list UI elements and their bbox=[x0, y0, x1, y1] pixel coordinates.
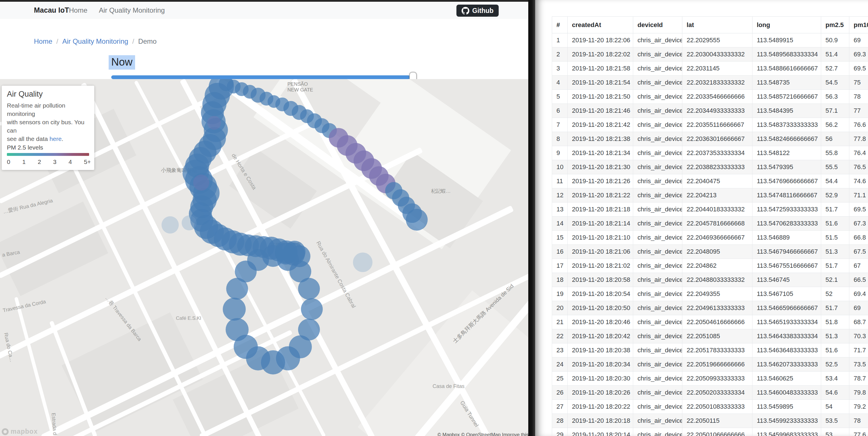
table-cell: 51.3 bbox=[821, 329, 849, 343]
scale-tick: 0 bbox=[7, 158, 10, 165]
table-row: 52019-11-20 18:21:50chris_air_device22.2… bbox=[552, 90, 868, 104]
legend-description-line: Real-time air pollution monitoring bbox=[7, 101, 89, 118]
table-cell: 22.2051085 bbox=[682, 329, 752, 343]
table-cell: 23 bbox=[552, 343, 568, 357]
table-cell: 17 bbox=[552, 259, 568, 273]
table-cell: chris_air_device bbox=[633, 33, 682, 48]
breadcrumb-separator: / bbox=[132, 37, 134, 46]
table-cell: 113.54665966666667 bbox=[752, 301, 821, 315]
table-cell: 24 bbox=[552, 357, 568, 372]
table-cell: 2019-11-20 18:20:50 bbox=[568, 301, 633, 315]
table-cell: 69.5 bbox=[849, 62, 868, 76]
left-panel: Macau IoT HomeAir Quality Monitoring Git… bbox=[0, 0, 528, 436]
table-cell: 50.9 bbox=[821, 33, 849, 48]
table-cell: 16 bbox=[552, 245, 568, 259]
table-cell: 52.7 bbox=[821, 62, 849, 76]
table-cell: 2019-11-20 18:20:34 bbox=[568, 357, 633, 372]
table-cell: 69.5 bbox=[849, 202, 868, 216]
table-cell: 78 bbox=[849, 414, 868, 428]
table-cell: 113.5484395 bbox=[752, 104, 821, 118]
nav-link-air-quality-monitoring[interactable]: Air Quality Monitoring bbox=[99, 6, 165, 14]
table-row: 62019-11-20 18:21:46chris_air_device22.2… bbox=[552, 104, 868, 118]
table-row: 232019-11-20 18:20:38chris_air_device22.… bbox=[552, 343, 868, 357]
table-cell: 74.6 bbox=[849, 174, 868, 188]
table-cell: 56.2 bbox=[821, 118, 849, 132]
table-cell: 2019-11-20 18:21:58 bbox=[568, 62, 633, 76]
table-cell: 113.5467105 bbox=[752, 287, 821, 301]
table-cell: 67 bbox=[849, 259, 868, 273]
table-cell: 22.20321833333332 bbox=[682, 76, 752, 90]
table-cell: chris_air_device bbox=[633, 428, 682, 436]
table-cell: chris_air_device bbox=[633, 259, 682, 273]
table-cell: 54.6 bbox=[821, 386, 849, 400]
table-cell: 18 bbox=[552, 273, 568, 287]
column-header-createdAt: createdAt bbox=[568, 17, 633, 33]
improve-map-link[interactable]: Improve this map bbox=[502, 432, 528, 436]
table-cell: chris_air_device bbox=[633, 400, 682, 414]
table-row: 162019-11-20 18:21:06chris_air_device22.… bbox=[552, 245, 868, 259]
table-cell: 2019-11-20 18:21:54 bbox=[568, 76, 633, 90]
table-row: 22019-11-20 18:22:02chris_air_device22.2… bbox=[552, 48, 868, 62]
table-cell: 2019-11-20 18:20:30 bbox=[568, 372, 633, 386]
table-cell: 67.3 bbox=[849, 216, 868, 231]
github-button[interactable]: Github bbox=[457, 5, 499, 17]
table-cell: 66.8 bbox=[849, 231, 868, 245]
table-row: 42019-11-20 18:21:54chris_air_device22.2… bbox=[552, 76, 868, 90]
table-cell: 113.5479395 bbox=[752, 160, 821, 174]
table-cell: 69.3 bbox=[849, 48, 868, 62]
table-row: 152019-11-20 18:21:10chris_air_device22.… bbox=[552, 231, 868, 245]
map[interactable]: PENSÃO NEW GATEde Horta e Costa小飛象葡味餐廳富華… bbox=[0, 79, 528, 436]
table-cell: 2019-11-20 18:22:02 bbox=[568, 48, 633, 62]
table-cell: 70.3 bbox=[849, 329, 868, 343]
table-row: 72019-11-20 18:21:42chris_air_device22.2… bbox=[552, 118, 868, 132]
nav-link-home[interactable]: Home bbox=[69, 6, 87, 14]
table-cell: 76.5 bbox=[849, 160, 868, 174]
table-cell: 55.5 bbox=[821, 160, 849, 174]
mapbox-logo[interactable]: mapbox bbox=[2, 428, 38, 435]
table-cell: 2019-11-20 18:21:02 bbox=[568, 259, 633, 273]
panel-divider bbox=[528, 0, 535, 436]
table-cell: chris_air_device bbox=[633, 90, 682, 104]
table-cell: chris_air_device bbox=[633, 48, 682, 62]
table-cell: 22.20363016666667 bbox=[682, 132, 752, 146]
table-cell: 53.4 bbox=[821, 372, 849, 386]
table-cell: 10 bbox=[552, 160, 568, 174]
table-row: 142019-11-20 18:21:14chris_air_device22.… bbox=[552, 216, 868, 231]
table-row: 282019-11-20 18:20:18chris_air_device22.… bbox=[552, 414, 868, 428]
table-cell: 113.54600483333333 bbox=[752, 386, 821, 400]
table-cell: 1 bbox=[552, 33, 568, 48]
breadcrumb-item-air-quality-monitoring[interactable]: Air Quality Monitoring bbox=[62, 37, 128, 46]
map-label: Café E.S.Kl bbox=[176, 316, 201, 321]
see-all-data-link[interactable]: here bbox=[50, 136, 62, 142]
table-cell: 51.7 bbox=[821, 259, 849, 273]
map-label: …愛街 Rua da Alegria bbox=[2, 197, 54, 215]
table-cell: chris_air_device bbox=[633, 188, 682, 202]
breadcrumb: Home/Air Quality Monitoring/Demo bbox=[34, 37, 157, 46]
table-row: 12019-11-20 18:22:06chris_air_device22.2… bbox=[552, 33, 868, 48]
table-cell: chris_air_device bbox=[633, 202, 682, 216]
column-header-lat: lat bbox=[682, 17, 752, 33]
table-cell: 53 bbox=[821, 428, 849, 436]
time-slider-track[interactable] bbox=[111, 75, 410, 79]
scale-tick: 4 bbox=[68, 158, 72, 165]
table-cell: chris_air_device bbox=[633, 287, 682, 301]
table-cell: chris_air_device bbox=[633, 301, 682, 315]
table-cell: 77.6 bbox=[849, 428, 868, 436]
map-label: PENSÃO NEW GATE bbox=[287, 81, 313, 93]
table-cell: 113.54679466666667 bbox=[752, 245, 821, 259]
scale-tick: 5+ bbox=[84, 158, 91, 165]
table-cell: 2019-11-20 18:20:18 bbox=[568, 414, 633, 428]
table-cell: 2019-11-20 18:21:30 bbox=[568, 160, 633, 174]
table-cell: 79.8 bbox=[849, 386, 868, 400]
breadcrumb-item-home[interactable]: Home bbox=[34, 37, 52, 46]
table-cell: 51.4 bbox=[821, 48, 849, 62]
scale-tick: 3 bbox=[53, 158, 57, 165]
table-cell: 22.20355116666667 bbox=[682, 118, 752, 132]
table-cell: chris_air_device bbox=[633, 315, 682, 329]
table-cell: 22.2049355 bbox=[682, 287, 752, 301]
table-cell: 113.54599233333333 bbox=[752, 414, 821, 428]
table-cell: 56 bbox=[821, 132, 849, 146]
table-cell: 113.54643383333334 bbox=[752, 329, 821, 343]
column-header-long: long bbox=[752, 17, 821, 33]
table-cell: chris_air_device bbox=[633, 62, 682, 76]
